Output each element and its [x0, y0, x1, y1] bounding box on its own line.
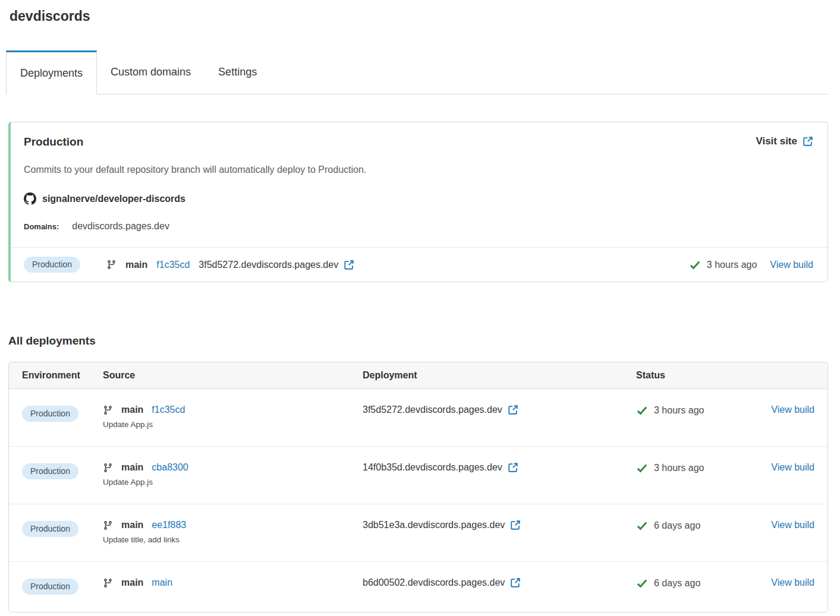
column-status: Status [636, 370, 763, 381]
environment-badge: Production [22, 579, 78, 595]
git-branch-icon [106, 260, 117, 270]
production-card-title: Production [24, 135, 83, 149]
view-build-link[interactable]: View build [770, 260, 813, 270]
success-check-icon [689, 259, 701, 271]
success-check-icon [636, 577, 648, 589]
branch-name: main [121, 462, 143, 473]
deployment-time: 6 days ago [654, 520, 700, 531]
git-branch-icon [103, 463, 113, 473]
table-header: Environment Source Deployment Status [9, 362, 828, 389]
deployment-url: 3f5d5272.devdiscords.pages.dev [199, 260, 338, 270]
table-row: Production main ee1f883 Update title, ad… [9, 504, 828, 562]
branch-name: main [121, 577, 143, 588]
environment-badge: Production [22, 463, 78, 479]
production-card: Production Visit site Commits to your de… [8, 122, 828, 282]
external-link-icon[interactable] [508, 462, 518, 473]
commit-link[interactable]: ee1f883 [152, 520, 186, 530]
view-build-link[interactable]: View build [771, 520, 814, 530]
deployment-url: b6d00502.devdiscords.pages.dev [363, 577, 505, 588]
external-link-icon[interactable] [510, 577, 521, 588]
branch-name: main [121, 405, 143, 415]
page-title: devdiscords [8, 8, 828, 24]
deployment-time: 6 days ago [654, 578, 700, 589]
repo-name: signalnerve/developer-discords [42, 194, 185, 204]
view-build-link[interactable]: View build [771, 405, 814, 415]
commit-link[interactable]: main [152, 577, 172, 588]
commit-message: Update title, add links [103, 535, 363, 544]
external-link-icon[interactable] [510, 520, 521, 530]
deployment-url: 3f5d5272.devdiscords.pages.dev [363, 405, 502, 415]
view-build-link[interactable]: View build [771, 462, 814, 472]
domains-line: Domains: devdiscords.pages.dev [24, 221, 813, 232]
column-source: Source [103, 370, 363, 381]
visit-site-label: Visit site [756, 135, 797, 147]
table-row: Production main cba8300 Update App.js 14… [9, 447, 828, 504]
column-deployment: Deployment [363, 370, 636, 381]
commit-message: Update App.js [103, 420, 363, 429]
repo-line: signalnerve/developer-discords [24, 192, 813, 205]
visit-site-link[interactable]: Visit site [756, 135, 813, 147]
git-branch-icon [103, 578, 113, 588]
table-row: Production main f1c35cd Update App.js 3f… [9, 389, 828, 447]
git-branch-icon [103, 405, 113, 415]
tab-deployments[interactable]: Deployments [6, 50, 97, 94]
environment-badge: Production [22, 406, 78, 422]
production-deployment-row: Production main f1c35cd 3f5d5272.devdisc… [11, 247, 828, 282]
git-branch-icon [103, 520, 113, 530]
branch-name: main [125, 260, 147, 270]
commit-link[interactable]: f1c35cd [156, 260, 190, 270]
deployment-time: 3 hours ago [654, 463, 704, 473]
domains-value: devdiscords.pages.dev [72, 221, 169, 232]
pages-project-page: devdiscords Deployments Custom domains S… [0, 0, 840, 612]
production-description: Commits to your default repository branc… [24, 165, 813, 175]
github-icon [24, 192, 36, 205]
view-build-link[interactable]: View build [771, 577, 814, 587]
deployment-url: 14f0b35d.devdiscords.pages.dev [363, 462, 502, 473]
commit-message: Update App.js [103, 478, 363, 487]
external-link-icon[interactable] [508, 405, 518, 415]
success-check-icon [636, 520, 648, 532]
deployment-time: 3 hours ago [654, 405, 704, 416]
success-check-icon [636, 405, 648, 416]
commit-link[interactable]: cba8300 [152, 462, 188, 473]
commit-link[interactable]: f1c35cd [152, 405, 185, 415]
branch-name: main [121, 520, 143, 530]
table-row: Production main main b6d00502.devdiscord… [9, 562, 828, 612]
domains-label: Domains: [24, 222, 59, 231]
deployments-table: Environment Source Deployment Status Pro… [8, 362, 828, 612]
external-link-icon[interactable] [344, 260, 354, 270]
column-environment: Environment [22, 370, 103, 381]
external-link-icon [803, 136, 813, 147]
tab-settings[interactable]: Settings [205, 50, 270, 94]
deployment-time: 3 hours ago [707, 260, 757, 270]
deployment-url: 3db51e3a.devdiscords.pages.dev [363, 520, 505, 530]
environment-badge: Production [22, 521, 78, 537]
all-deployments-title: All deployments [8, 334, 828, 348]
success-check-icon [636, 462, 648, 474]
tab-custom-domains[interactable]: Custom domains [97, 50, 205, 94]
tab-bar: Deployments Custom domains Settings [6, 50, 828, 94]
environment-badge: Production [24, 257, 80, 273]
